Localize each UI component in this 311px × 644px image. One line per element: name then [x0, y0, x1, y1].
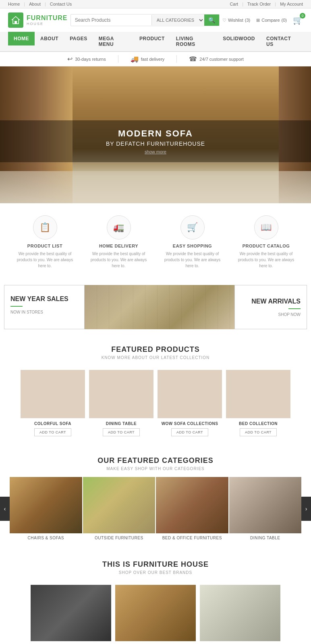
- wishlist-action[interactable]: ♡ Wishlist (3): [222, 18, 250, 23]
- brand-section-title: THIS IS FURNITURE HOUSE SHOP OVER OUR BE…: [0, 560, 311, 575]
- home-delivery-icon: 🚛: [107, 215, 131, 239]
- my-account-link[interactable]: My Account: [280, 2, 303, 6]
- nav-item-product[interactable]: PRODUCT: [134, 32, 170, 51]
- product-image-0: [21, 370, 85, 418]
- feature-support: ☎ 24/7 customer support: [177, 55, 255, 63]
- add-to-cart-button-0[interactable]: ADD TO CART: [34, 428, 71, 436]
- categories-section-title: OUR FEATURED CATEGORIES MAKE EASY SHOP W…: [0, 456, 311, 471]
- product-name-1: DINING TABLE: [89, 421, 153, 426]
- nav-list: HOME ABOUT PAGES MEGA MENU PRODUCT LIVIN…: [0, 32, 311, 51]
- heart-icon: ♡: [222, 18, 226, 23]
- brand-subtitle: SHOP OVER OUR BEST BRANDS: [0, 570, 311, 575]
- cart-link[interactable]: Cart: [230, 2, 243, 6]
- cat-heading: OUR FEATURED CATEGORIES: [0, 456, 311, 465]
- nav-item-pages[interactable]: PAGES: [64, 32, 93, 51]
- track-order-link[interactable]: Track Order: [247, 2, 276, 6]
- top-bar: Home About Contact Us Cart Track Order M…: [0, 0, 311, 8]
- logo-text: FURNITURE HOUSE: [27, 14, 67, 26]
- nav-link-solid[interactable]: SOLIDWOOD: [217, 32, 261, 45]
- hero-banner: MODERN SOFA BY DEFATCH FURNITUREHOUSE sh…: [0, 66, 311, 203]
- nav-item-mega[interactable]: MEGA MENU: [93, 32, 134, 51]
- product-list-icon: 📋: [33, 215, 57, 239]
- feature-desc-2: We provide the best quality of products …: [160, 251, 225, 269]
- promo-left-divider: [10, 306, 23, 307]
- brand-product-image-2: [200, 585, 280, 641]
- header: FURNITURE HOUSE ALL CATEGORIES 🔍 ♡ Wishl…: [0, 8, 311, 32]
- promo-right[interactable]: NEW ARRIVALS SHOP NOW: [234, 285, 307, 329]
- carousel-next-button[interactable]: ›: [301, 497, 311, 521]
- brand-product-image-1: [115, 585, 196, 641]
- carousel-prev-button[interactable]: ‹: [0, 497, 10, 521]
- fp-heading: FEATURED PRODUCTS: [0, 345, 311, 354]
- cat-subtitle: MAKE EASY SHOP WITH OUR CATEGORIES: [0, 466, 311, 471]
- promo-right-sub: SHOP NOW: [278, 312, 301, 317]
- wishlist-label: Wishlist: [228, 18, 243, 23]
- compare-count: (0): [282, 18, 287, 23]
- logo[interactable]: FURNITURE HOUSE: [8, 12, 67, 28]
- product-card-3: BED COLLECTION ADD TO CART: [226, 370, 290, 436]
- feature-desc-0: We provide the best quality of products …: [13, 251, 77, 269]
- feature-title-2: EASY SHOPPING: [160, 244, 225, 248]
- hero-title: MODERN SOFA: [8, 128, 303, 139]
- logo-icon: [8, 12, 23, 28]
- returns-label: 30-days returns: [75, 57, 106, 62]
- category-image-0: [10, 477, 82, 533]
- feature-returns: ↩ 30-days returns: [55, 55, 118, 63]
- nav-link-product[interactable]: PRODUCT: [134, 32, 170, 45]
- nav-item-home[interactable]: HOME: [8, 32, 35, 51]
- product-image-2: [158, 370, 222, 418]
- nav-link-living[interactable]: LIVING ROOMS: [170, 32, 217, 51]
- nav-link-pages[interactable]: PAGES: [64, 32, 93, 45]
- hero-subtitle: BY DEFATCH FURNITUREHOUSE: [8, 140, 303, 147]
- promo-left[interactable]: NEW YEAR SALES NOW IN STORES: [4, 285, 85, 329]
- returns-icon: ↩: [67, 55, 73, 63]
- feature-bar: ↩ 30-days returns 🚚 fast delivery ☎ 24/7…: [0, 52, 311, 66]
- category-card-0[interactable]: CHAIRS & SOFAS: [10, 477, 82, 540]
- brand-product-image-0: [31, 585, 111, 641]
- categories-section: ‹ CHAIRS & SOFAS OUTSIDE FURNITURES BED …: [0, 473, 311, 548]
- category-card-2[interactable]: BED & OFFICE FURNITURES: [156, 477, 228, 540]
- logo-brand: FURNITURE: [27, 14, 67, 22]
- feature-card-3: 📖 PRODUCT CATALOG We provide the best qu…: [234, 215, 299, 269]
- search-input[interactable]: [71, 15, 151, 25]
- promo-right-divider: [288, 308, 301, 309]
- search-button[interactable]: 🔍: [204, 14, 219, 26]
- nav-link-contact[interactable]: CONTACT US: [261, 32, 303, 51]
- category-card-1[interactable]: OUTSIDE FURNITURES: [83, 477, 156, 540]
- easy-shopping-icon: 🛒: [180, 215, 205, 239]
- feature-desc-1: We provide the best quality of products …: [87, 251, 151, 269]
- featured-products-title: FEATURED PRODUCTS KNOW MORE ABOUT OUR LA…: [0, 345, 311, 360]
- cart-badge: 0: [300, 13, 305, 19]
- home-link[interactable]: Home: [8, 2, 25, 6]
- add-to-cart-button-2[interactable]: ADD TO CART: [171, 428, 208, 436]
- svg-rect-1: [15, 21, 17, 24]
- nav-item-living[interactable]: LIVING ROOMS: [170, 32, 217, 51]
- nav-link-mega[interactable]: MEGA MENU: [93, 32, 134, 51]
- brand-section: COLORFUL SOFA ADD TO CART DINING TABLE A…: [0, 577, 311, 644]
- category-card-3[interactable]: DINING TABLE: [229, 477, 302, 540]
- feature-desc-3: We provide the best quality of products …: [234, 251, 299, 269]
- cart-action[interactable]: 🛒 0: [293, 15, 303, 25]
- feature-card-0: 📋 PRODUCT LIST We provide the best quali…: [13, 215, 77, 269]
- nav-link-about[interactable]: ABOUT: [35, 32, 64, 45]
- brand-heading: THIS IS FURNITURE HOUSE: [0, 560, 311, 569]
- hero-link[interactable]: show more: [8, 149, 303, 154]
- contact-link[interactable]: Contact Us: [50, 2, 72, 6]
- nav-item-contact[interactable]: CONTACT US: [261, 32, 303, 51]
- header-actions: ♡ Wishlist (3) ⊞ Compare (0) 🛒 0: [222, 15, 303, 25]
- promo-section: NEW YEAR SALES NOW IN STORES NEW ARRIVAL…: [4, 281, 307, 333]
- nav-item-about[interactable]: ABOUT: [35, 32, 64, 51]
- nav-item-solid[interactable]: SOLIDWOOD: [217, 32, 261, 51]
- about-link[interactable]: About: [29, 2, 46, 6]
- category-name-3: DINING TABLE: [229, 536, 302, 540]
- nav-link-home[interactable]: HOME: [8, 32, 35, 45]
- brand-products: COLORFUL SOFA ADD TO CART DINING TABLE A…: [8, 585, 303, 644]
- promo-center: [85, 285, 234, 329]
- add-to-cart-button-1[interactable]: ADD TO CART: [103, 428, 140, 436]
- delivery-label: fast delivery: [141, 57, 165, 62]
- compare-action[interactable]: ⊞ Compare (0): [256, 18, 287, 23]
- category-select[interactable]: ALL CATEGORIES: [151, 15, 204, 25]
- promo-left-title: NEW YEAR SALES: [10, 295, 78, 303]
- category-name-0: CHAIRS & SOFAS: [10, 536, 82, 540]
- add-to-cart-button-3[interactable]: ADD TO CART: [240, 428, 277, 436]
